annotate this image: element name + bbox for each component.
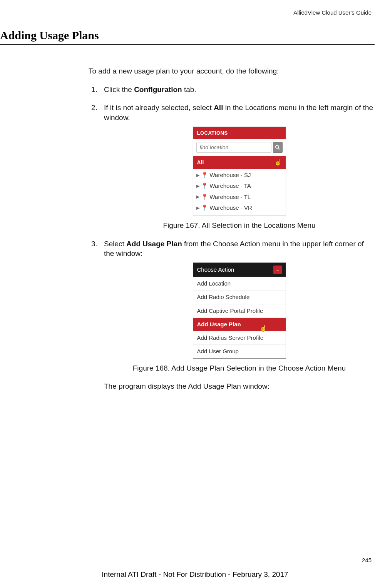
locations-all-row[interactable]: All <box>193 156 286 169</box>
cursor-icon <box>274 158 282 167</box>
location-item[interactable]: ▶ 📍 Warehouse - SJ <box>193 170 286 180</box>
action-item-add-radio-schedule[interactable]: Add Radio Schedule <box>193 290 286 304</box>
chevron-right-icon: ▶ <box>196 172 199 178</box>
step-3: Select Add Usage Plan from the Choose Ac… <box>99 239 375 391</box>
location-item[interactable]: ▶ 📍 Warehouse - VR <box>193 202 286 213</box>
action-item-add-captive-portal-profile[interactable]: Add Captive Portal Profile <box>193 304 286 317</box>
chevron-right-icon: ▶ <box>196 194 199 200</box>
step-1: Click the Configuration tab. <box>99 85 375 95</box>
search-button[interactable] <box>273 142 283 153</box>
location-label: Warehouse - TL <box>210 193 251 201</box>
figure-2: Choose Action ⌄ Add Location Add Radio S… <box>104 262 375 373</box>
pin-icon: 📍 <box>201 171 208 179</box>
svg-point-0 <box>276 145 279 149</box>
locations-panel: LOCATIONS All ▶ 📍 <box>193 127 286 216</box>
location-label: Warehouse - VR <box>210 204 252 212</box>
chevron-down-icon: ⌄ <box>273 266 282 274</box>
action-item-add-radius-server-profile[interactable]: Add Radius Server Profile <box>193 331 286 344</box>
step-3-pre: Select <box>104 240 126 248</box>
location-label: Warehouse - SJ <box>210 171 251 179</box>
search-input[interactable] <box>196 142 271 153</box>
after-text: The program displays the Add Usage Plan … <box>104 381 375 391</box>
steps-list: Click the Configuration tab. If it is no… <box>89 85 375 391</box>
figure-2-caption: Figure 168. Add Usage Plan Selection in … <box>133 363 346 373</box>
header-guide-title: AlliedView Cloud User's Guide <box>0 9 375 16</box>
pin-icon: 📍 <box>201 204 208 212</box>
choose-action-menu: Choose Action ⌄ Add Location Add Radio S… <box>193 262 286 359</box>
step-1-pre: Click the <box>104 85 134 94</box>
location-label: Warehouse - TA <box>210 182 251 190</box>
step-2: If it is not already selected, select Al… <box>99 103 375 230</box>
action-item-label: Add Usage Plan <box>197 321 241 327</box>
step-3-bold: Add Usage Plan <box>126 240 182 248</box>
figure-1-caption: Figure 167. All Selection in the Locatio… <box>163 220 315 231</box>
page-number: 245 <box>362 557 372 563</box>
step-2-pre: If it is not already selected, select <box>104 104 214 112</box>
svg-line-1 <box>278 148 280 150</box>
action-item-add-usage-plan[interactable]: Add Usage Plan ☝ <box>193 317 286 331</box>
location-item[interactable]: ▶ 📍 Warehouse - TA <box>193 180 286 191</box>
footer-text: Internal ATI Draft - Not For Distributio… <box>0 570 390 579</box>
search-icon <box>275 145 280 150</box>
action-item-add-user-group[interactable]: Add User Group <box>193 344 286 358</box>
search-row <box>193 139 286 156</box>
choose-action-label: Choose Action <box>197 266 234 274</box>
step-1-bold: Configuration <box>134 85 182 94</box>
chevron-right-icon: ▶ <box>196 205 199 211</box>
locations-all-label: All <box>197 159 204 166</box>
pin-icon: 📍 <box>201 193 208 201</box>
location-item[interactable]: ▶ 📍 Warehouse - TL <box>193 192 286 202</box>
step-2-bold: All <box>214 104 223 112</box>
page-content: To add a new usage plan to your account,… <box>89 66 375 391</box>
intro-text: To add a new usage plan to your account,… <box>89 66 375 76</box>
action-item-add-location[interactable]: Add Location <box>193 277 286 290</box>
figure-1: LOCATIONS All ▶ 📍 <box>104 127 375 231</box>
pin-icon: 📍 <box>201 182 208 190</box>
section-title: Adding Usage Plans <box>0 29 375 45</box>
locations-list: ▶ 📍 Warehouse - SJ ▶ 📍 Warehouse - TA ▶ … <box>193 169 286 215</box>
chevron-right-icon: ▶ <box>196 183 199 189</box>
locations-panel-header: LOCATIONS <box>193 127 286 139</box>
step-1-post: tab. <box>182 85 196 94</box>
choose-action-header[interactable]: Choose Action ⌄ <box>193 263 286 277</box>
